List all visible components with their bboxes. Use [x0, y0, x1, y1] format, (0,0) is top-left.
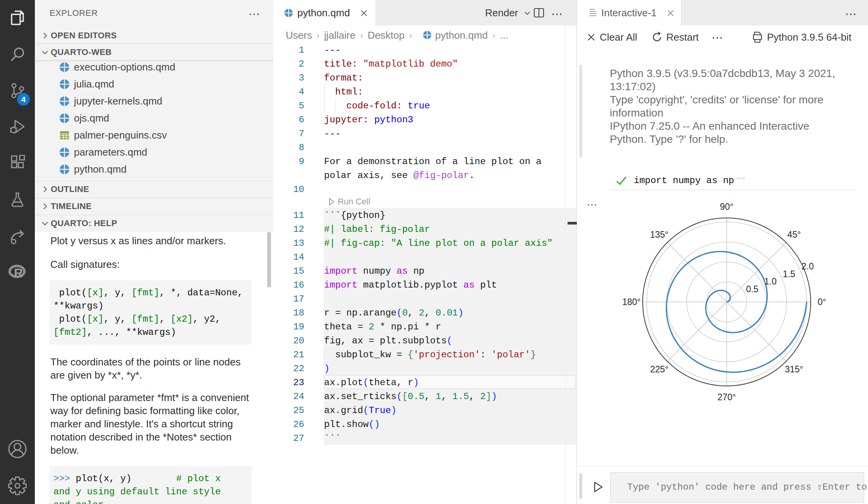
svg-text:0.5: 0.5	[746, 284, 758, 294]
svg-text:270°: 270°	[717, 392, 736, 402]
svg-text:0°: 0°	[818, 297, 826, 307]
svg-text:315°: 315°	[785, 364, 803, 374]
svg-text:R: R	[14, 266, 23, 280]
svg-text:2.0: 2.0	[801, 261, 814, 271]
svg-text:90°: 90°	[720, 202, 734, 212]
svg-text:135°: 135°	[650, 230, 669, 240]
svg-text:225°: 225°	[650, 364, 669, 374]
svg-text:1.0: 1.0	[764, 276, 777, 286]
svg-text:45°: 45°	[787, 230, 801, 240]
svg-text:1.5: 1.5	[783, 269, 795, 279]
svg-text:180°: 180°	[622, 297, 641, 307]
